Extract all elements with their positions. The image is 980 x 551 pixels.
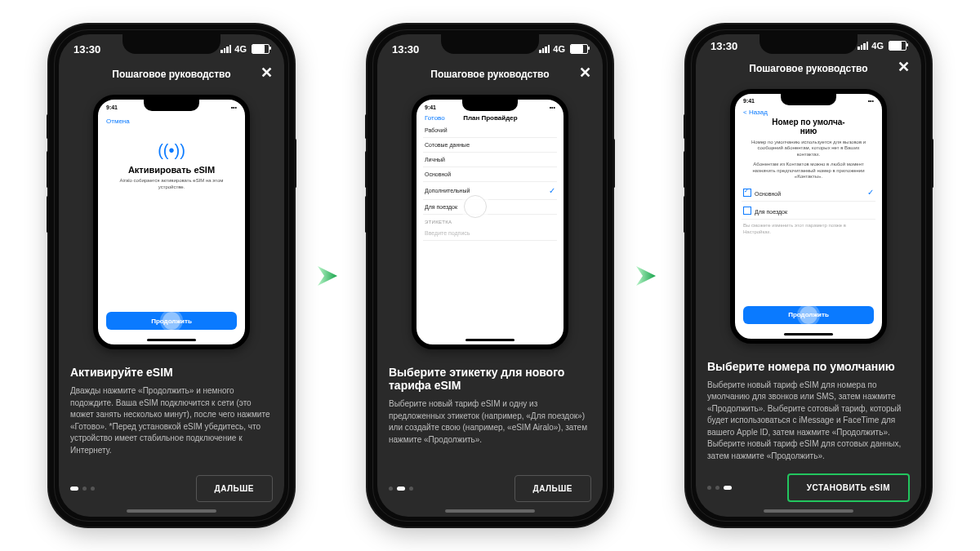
signal-icon [539, 45, 550, 53]
next-button[interactable]: ДАЛЬШЕ [514, 475, 591, 502]
list-item: Дополнительный✓ [423, 182, 557, 200]
close-icon[interactable]: ✕ [261, 65, 273, 80]
inner-phone-preview: 9:41••• Отмена ((•)) Активировать eSIM A… [93, 95, 250, 349]
section-label: ЭТИКЕТКА [423, 215, 557, 226]
status-network: 4G [234, 44, 247, 54]
battery-icon [570, 44, 588, 54]
label-input: Введите подпись [423, 226, 557, 241]
status-time: 13:30 [710, 40, 737, 52]
mini-para: Абонентам из Контактов можно в любой мом… [746, 162, 871, 180]
mini-subtitle: Airalo собирается активировать eSIM на э… [114, 178, 229, 191]
mini-nav-done: Готово [425, 114, 445, 122]
checkmark-icon: ✓ [867, 188, 874, 197]
arrow-right-icon [314, 260, 347, 292]
step-heading: Выберите номера по умолчанию [707, 360, 910, 373]
status-time: 13:30 [74, 43, 100, 56]
list-item: Основной [423, 167, 557, 182]
checkbox-icon [743, 207, 751, 215]
page-indicator [707, 486, 732, 490]
signal-icon [220, 45, 231, 53]
step-body: Выберите новый тариф eSIM для номера по … [707, 380, 910, 463]
mini-para: Номер по умолчанию используется для вызо… [746, 140, 871, 158]
option-row: Для поездок [742, 202, 875, 220]
battery-icon [889, 41, 906, 51]
status-network: 4G [553, 44, 565, 54]
touch-indicator-icon [163, 312, 180, 330]
antenna-icon: ((•)) [105, 141, 238, 160]
mini-continue-button: Продолжить [743, 306, 874, 324]
home-indicator [127, 509, 216, 513]
inner-phone-preview: 9:41••• ГотовоПлан Провайдер Рабочий Сот… [412, 95, 568, 349]
touch-indicator-icon [464, 195, 487, 218]
touch-indicator-icon [800, 306, 817, 324]
list-item: Сотовые данные [423, 138, 557, 153]
status-network: 4G [871, 41, 884, 51]
battery-icon [252, 44, 270, 54]
notch [122, 34, 220, 54]
arrow-right-icon [633, 260, 666, 292]
mini-nav-title: План Провайдер [463, 114, 517, 122]
mini-title: Активировать eSIM [105, 165, 238, 175]
step-heading: Выберите этикетку для нового тарифа eSIM [389, 366, 591, 392]
sheet-title: Пошаговое руководство [112, 69, 230, 80]
page-indicator [70, 487, 95, 491]
checkmark-icon: ✓ [549, 186, 555, 195]
mini-footnote: Вы сможете изменить этот параметр позже … [743, 223, 874, 236]
signal-icon [858, 42, 868, 50]
mini-continue-button: Продолжить [106, 312, 237, 330]
step-heading: Активируйте eSIM [70, 366, 273, 379]
install-esim-button[interactable]: УСТАНОВИТЬ eSIM [787, 473, 910, 502]
phone-mockup-1: 13:30 4G Пошаговое руководство ✕ 9:41•••… [49, 24, 294, 527]
sheet-title: Пошаговое руководство [430, 69, 549, 80]
close-icon[interactable]: ✕ [579, 65, 591, 80]
close-icon[interactable]: ✕ [898, 60, 910, 74]
next-button[interactable]: ДАЛЬШЕ [196, 475, 273, 502]
list-item: Личный [423, 153, 557, 167]
checkbox-icon [743, 189, 751, 197]
sheet-title: Пошаговое руководство [749, 63, 867, 74]
list-item: Для поездок [423, 200, 557, 215]
step-body: Выберите новый тариф eSIM и одну из пред… [389, 398, 591, 446]
status-time: 13:30 [392, 43, 419, 56]
mini-title: Номер по умолча- нию [742, 118, 875, 136]
phone-mockup-2: 13:30 4G Пошаговое руководство ✕ 9:41•••… [368, 24, 612, 527]
phone-mockup-3: 13:30 4G Пошаговое руководство ✕ 9:41•••… [686, 24, 931, 527]
option-row: Основной✓ [742, 184, 875, 202]
page-indicator [389, 487, 413, 491]
mini-nav-back: < Назад [743, 109, 768, 116]
step-body: Дважды нажмите «Продолжить» и немного по… [70, 385, 273, 456]
list-item: Рабочий [423, 123, 557, 138]
inner-phone-preview: 9:41••• < Назад Номер по умолча- нию Ном… [730, 89, 887, 344]
mini-nav-cancel: Отмена [106, 118, 130, 125]
